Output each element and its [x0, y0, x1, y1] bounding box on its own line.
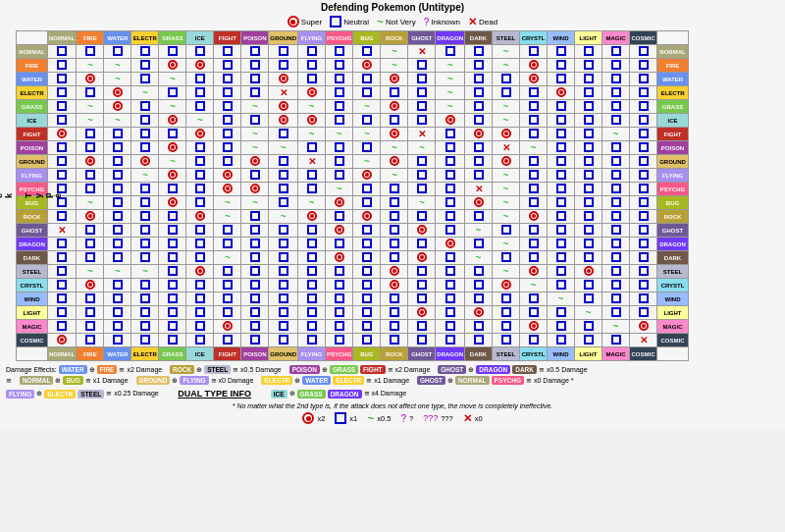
- row-label-magic: MAGIC: [17, 320, 48, 334]
- cell-magic-vs-crystl: [520, 320, 548, 334]
- cell-flying-vs-crystl: [520, 169, 548, 183]
- cell-ice-vs-magic: [602, 114, 630, 128]
- bl-x1: x1: [349, 414, 357, 423]
- cell-steel-vs-psychg: [326, 265, 353, 279]
- cell-fight-vs-normal: [48, 128, 77, 141]
- cell-electr-vs-normal: [48, 86, 77, 100]
- cell-wind-vs-steel: [493, 293, 520, 306]
- cell-dragon-vs-fire: [77, 238, 104, 251]
- cell-electr-vs-steel: [493, 86, 520, 100]
- bl-x0: x0: [475, 414, 483, 423]
- row-label-crystl: CRYSTL: [17, 279, 48, 293]
- row-end-label-grass: GRASS: [657, 100, 689, 114]
- badge-water: WATER: [59, 365, 87, 374]
- row-end-label-psychg: PSYCHG: [657, 183, 689, 196]
- cell-fire-vs-water: ~: [104, 59, 131, 73]
- cell-flying-vs-light: [575, 169, 602, 183]
- cell-electr-vs-flying: [298, 86, 326, 100]
- cell-light-vs-psychg: [326, 306, 353, 320]
- cell-bug-vs-crystl: [520, 196, 548, 210]
- badge-ghost2: GHOST: [417, 376, 445, 385]
- col-water: WATER: [104, 31, 131, 45]
- cell-psychg-vs-flying: [298, 183, 326, 196]
- cell-fight-vs-fight: [214, 128, 241, 141]
- col-light: LIGHT: [575, 31, 602, 45]
- cell-grass-vs-flying: ~: [298, 100, 326, 114]
- row-label-water: WATER: [17, 73, 48, 86]
- legend-neutral: Neutral: [330, 16, 369, 27]
- badge-dark1: DARK: [512, 365, 537, 374]
- cell-poison-vs-grass: [159, 141, 186, 155]
- cell-bug-vs-ground: [269, 196, 298, 210]
- cell-crystl-vs-bug: [353, 279, 381, 293]
- cell-ground-vs-cosmic: [630, 155, 657, 169]
- row-end-label-magic: MAGIC: [657, 320, 689, 334]
- cell-fire-vs-rock: ~: [381, 59, 408, 73]
- cell-dark-vs-ghost: [408, 251, 436, 265]
- cell-fight-vs-dragon: [436, 128, 465, 141]
- cell-electr-vs-fight: [214, 86, 241, 100]
- page-title: Defending Pokemon (Untitype): [2, 2, 783, 13]
- cell-crystl-vs-cosmic: [630, 279, 657, 293]
- cell-cosmic-vs-water: [104, 334, 131, 347]
- cell-psychg-vs-ghost: [408, 183, 436, 196]
- row-end-label-bug: BUG: [657, 196, 689, 210]
- cell-poison-vs-water: [104, 141, 131, 155]
- cell-grass-vs-crystl: [520, 100, 548, 114]
- cell-flying-vs-normal: [48, 169, 77, 183]
- cell-steel-vs-flying: [298, 265, 326, 279]
- cell-water-vs-water: ~: [104, 73, 131, 86]
- cell-ghost-vs-water: [104, 224, 131, 238]
- cell-grass-vs-bug: ~: [353, 100, 381, 114]
- cell-normal-vs-crystl: [520, 45, 548, 59]
- cell-grass-vs-rock: [381, 100, 408, 114]
- cell-rock-vs-fight: ~: [214, 210, 241, 224]
- cell-bug-vs-water: [104, 196, 131, 210]
- cell-steel-vs-steel: ~: [493, 265, 520, 279]
- col-fire: FIRE: [77, 31, 104, 45]
- cell-water-vs-ground: [269, 73, 298, 86]
- cell-steel-vs-bug: [353, 265, 381, 279]
- cell-fire-vs-steel: ~: [493, 59, 520, 73]
- badge-electr3: ELECTR: [44, 390, 76, 399]
- bl-dead: ✕ x0: [463, 412, 483, 425]
- cell-crystl-vs-crystl: ~: [520, 279, 548, 293]
- cell-poison-vs-ice: [186, 141, 214, 155]
- row-label-cosmic: COSMIC: [17, 334, 48, 347]
- cell-fight-vs-wind: [548, 128, 575, 141]
- cell-water-vs-fight: [214, 73, 241, 86]
- table-row: PSYCHG~✕~PSYCHG: [17, 183, 689, 196]
- table-row: ELECTR~✕~ELECTR: [17, 86, 689, 100]
- cell-magic-vs-light: [575, 320, 602, 334]
- cell-ground-vs-steel: [493, 155, 520, 169]
- row-label-ground: GROUND: [17, 155, 48, 169]
- bl-x2: x2: [317, 414, 325, 423]
- cell-poison-vs-cosmic: [630, 141, 657, 155]
- table-row: STEEL~~~~STEEL: [17, 265, 689, 279]
- cell-psychg-vs-dragon: [436, 183, 465, 196]
- cell-ghost-vs-bug: [353, 224, 381, 238]
- cell-ghost-vs-psychg: [326, 224, 353, 238]
- cell-psychg-vs-water: [104, 183, 131, 196]
- cell-light-vs-crystl: [520, 306, 548, 320]
- row-end-label-dragon: DRAGON: [657, 238, 689, 251]
- cell-electr-vs-electr: ~: [131, 86, 159, 100]
- cell-rock-vs-dragon: [436, 210, 465, 224]
- cell-rock-vs-cosmic: [630, 210, 657, 224]
- cell-dragon-vs-electr: [131, 238, 159, 251]
- cell-normal-vs-wind: [548, 45, 575, 59]
- cell-electr-vs-magic: [602, 86, 630, 100]
- cell-ground-vs-crystl: [520, 155, 548, 169]
- cell-magic-vs-poison: [241, 320, 269, 334]
- unknown-label: Inknown: [431, 18, 460, 27]
- cell-light-vs-dragon: [436, 306, 465, 320]
- cell-cosmic-vs-psychg: [326, 334, 353, 347]
- cell-steel-vs-dark: [465, 265, 493, 279]
- cell-wind-vs-flying: [298, 293, 326, 306]
- cell-cosmic-vs-fight: [214, 334, 241, 347]
- cell-grass-vs-magic: [602, 100, 630, 114]
- cell-dragon-vs-steel: ~: [493, 238, 520, 251]
- cell-normal-vs-electr: [131, 45, 159, 59]
- col-rock: ROCK: [381, 31, 408, 45]
- cell-water-vs-psychg: [326, 73, 353, 86]
